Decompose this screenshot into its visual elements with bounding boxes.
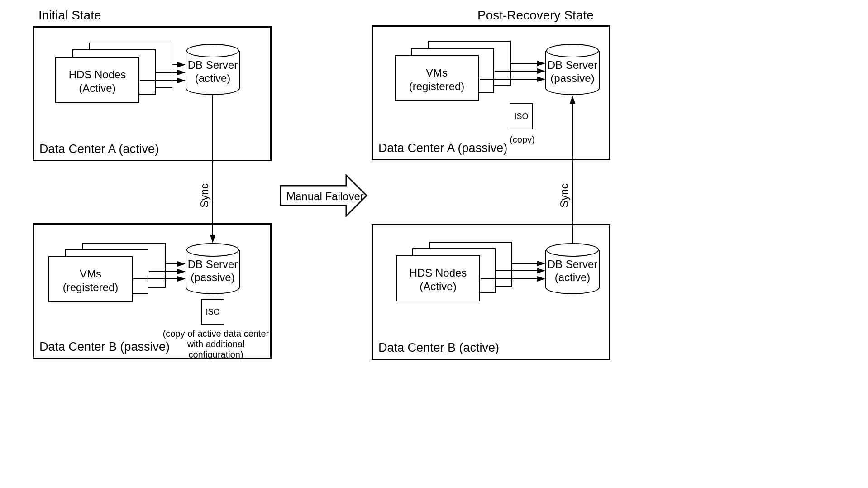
initial-dca-db-cylinder: DB Server(active): [186, 51, 240, 95]
initial-dcb-nodes-text: VMs(registered): [49, 267, 132, 294]
post-dca-label: Data Center A (passive): [378, 141, 507, 155]
post-dca-db-cylinder: DB Server(passive): [545, 51, 600, 95]
post-dca-iso-text: ISO: [514, 112, 528, 121]
initial-sync-label: Sync: [198, 183, 211, 207]
initial-dcb-iso-caption: (copy of active data center with additio…: [159, 329, 272, 360]
initial-dcb-db-text: DB Server(passive): [186, 258, 240, 284]
title-post-recovery-state: Post-Recovery State: [477, 8, 594, 23]
post-dca-db-text: DB Server(passive): [545, 59, 600, 85]
post-dcb-nodes-text: HDS Nodes(Active): [397, 266, 479, 293]
initial-dca-nodes-text: HDS Nodes(Active): [56, 68, 138, 95]
post-sync-label: Sync: [558, 183, 571, 207]
initial-dcb-node-card-front: VMs(registered): [48, 256, 133, 302]
post-dca-nodes-text: VMs(registered): [396, 66, 478, 93]
title-initial-state: Initial State: [38, 8, 101, 23]
post-dca-node-card-front: VMs(registered): [395, 55, 479, 101]
initial-dcb-db-cylinder: DB Server(passive): [186, 250, 240, 294]
post-dcb-label: Data Center B (active): [378, 341, 499, 355]
initial-dca-node-card-front: HDS Nodes(Active): [55, 57, 139, 103]
post-dca-iso-box: ISO: [510, 103, 533, 129]
initial-dcb-iso-text: ISO: [205, 307, 219, 317]
post-dcb-node-card-front: HDS Nodes(Active): [396, 255, 480, 301]
post-dca-iso-caption: (copy): [507, 134, 538, 145]
initial-dcb-label: Data Center B (passive): [39, 340, 170, 354]
initial-dca-db-text: DB Server(active): [186, 59, 240, 85]
manual-failover-label: Manual Failover: [286, 190, 364, 203]
post-dcb-db-text: DB Server(active): [545, 258, 600, 284]
initial-dca-label: Data Center A (active): [39, 142, 159, 156]
initial-dcb-iso-box: ISO: [201, 299, 224, 325]
post-dcb-db-cylinder: DB Server(active): [545, 250, 600, 294]
